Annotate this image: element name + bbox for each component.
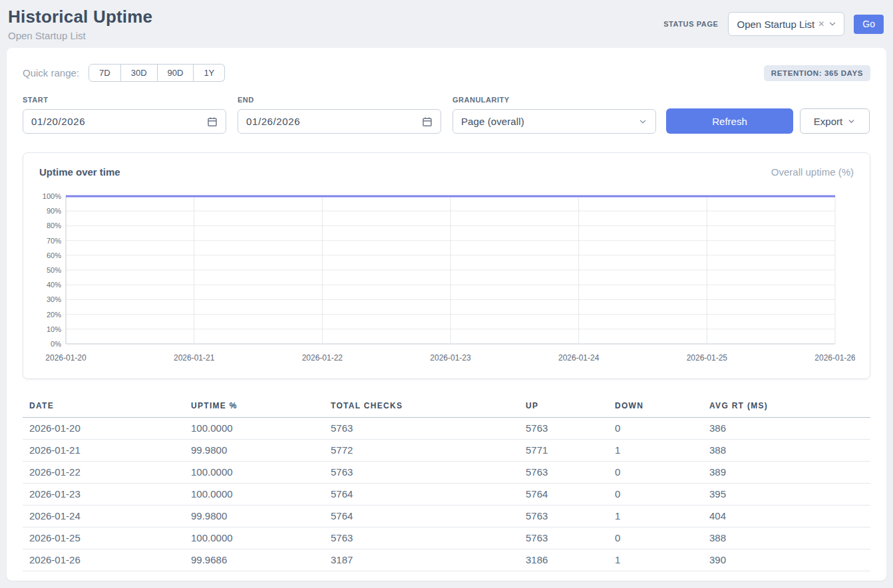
table-row: 2026-01-22100.0000576357630389 [23,462,870,484]
table-row: 2026-01-25100.0000576357630388 [23,527,870,549]
table-cell: 2026-01-23 [23,484,184,506]
chart-area: 0%10%20%30%40%50%60%70%80%90%100%2026-01… [39,186,854,369]
calendar-icon[interactable] [207,116,218,127]
uptime-chart-card: Uptime over time Overall uptime (%) 0%10… [23,152,870,379]
end-date-value: 01/26/2026 [246,116,300,127]
table-cell: 2026-01-24 [23,506,184,527]
quick-range-group: 7D30D90D1Y [89,64,225,82]
start-date-value: 01/20/2026 [31,116,85,127]
table-cell: 99.9800 [184,440,324,462]
table-cell: 388 [703,527,870,549]
table-cell: 388 [703,440,870,462]
chart-header: Uptime over time Overall uptime (%) [39,166,854,178]
quick-range-90d-button[interactable]: 90D [158,64,194,82]
chart-legend: Overall uptime (%) [771,166,854,178]
table-cell: 2026-01-22 [23,462,184,484]
table-column-header: UPTIME % [184,395,324,418]
svg-text:50%: 50% [47,266,61,274]
table-cell: 100.0000 [184,484,324,506]
export-button[interactable]: Export [800,108,870,134]
table-row: 2026-01-23100.0000576457640395 [23,484,870,506]
table-header-row: DATEUPTIME %TOTAL CHECKSUPDOWNAVG RT (MS… [23,395,870,418]
filters-row: START 01/20/2026 END 01/26/2026 GRANULAR… [23,96,870,134]
svg-text:2026-01-22: 2026-01-22 [302,353,343,363]
table-cell: 0 [608,462,703,484]
table-cell: 5763 [324,527,519,549]
table-row: 2026-01-20100.0000576357630386 [23,418,870,440]
table-cell: 2026-01-25 [23,527,184,549]
uptime-chart-svg: 0%10%20%30%40%50%60%70%80%90%100%2026-01… [39,186,855,367]
table-column-header: TOTAL CHECKS [324,395,519,418]
table-cell: 404 [703,506,870,527]
status-page-select[interactable]: Open Startup List ✕ [728,12,845,36]
table-cell: 3186 [519,549,608,571]
svg-text:2026-01-20: 2026-01-20 [45,353,87,363]
status-page-label: STATUS PAGE [663,20,718,28]
quick-range-1y-button[interactable]: 1Y [194,64,225,82]
table-cell: 395 [703,484,870,506]
granularity-field: GRANULARITY Page (overall) [452,96,656,134]
table-cell: 1 [608,549,703,571]
granularity-label: GRANULARITY [452,96,656,104]
page-subtitle: Open Startup List [8,30,152,41]
table-cell: 5764 [324,484,519,506]
table-cell: 3187 [324,549,519,571]
table-cell: 5763 [324,462,519,484]
svg-text:2026-01-24: 2026-01-24 [558,353,600,363]
table-cell: 1 [608,440,703,462]
table-row: 2026-01-2199.9800577257711388 [23,440,870,462]
table-cell: 1 [608,506,703,527]
table-cell: 390 [703,549,870,571]
status-page-group: STATUS PAGE Open Startup List ✕ Go [663,12,884,36]
table-cell: 5764 [519,484,608,506]
svg-text:70%: 70% [47,237,61,245]
svg-text:10%: 10% [47,325,61,333]
go-button[interactable]: Go [854,15,884,34]
refresh-button[interactable]: Refresh [666,108,793,134]
table-cell: 0 [608,418,703,440]
table-cell: 5763 [519,506,608,527]
start-date-input[interactable]: 01/20/2026 [23,109,226,134]
calendar-icon[interactable] [422,116,433,127]
svg-text:80%: 80% [47,221,61,229]
table-cell: 389 [703,462,870,484]
table-column-header: UP [519,395,608,418]
granularity-selected-value: Page (overall) [461,116,524,127]
table-cell: 0 [608,527,703,549]
quick-range-label: Quick range: [23,67,79,78]
chevron-down-icon [638,117,647,126]
svg-text:20%: 20% [47,311,61,319]
chevron-down-icon [847,117,856,126]
chart-title: Uptime over time [39,166,120,178]
table-cell: 5763 [519,462,608,484]
quick-range-7d-button[interactable]: 7D [89,64,121,82]
start-date-label: START [23,96,226,104]
svg-text:100%: 100% [43,192,61,200]
svg-text:2026-01-23: 2026-01-23 [430,353,471,363]
svg-text:2026-01-25: 2026-01-25 [687,353,728,363]
svg-text:2026-01-21: 2026-01-21 [174,353,215,363]
table-cell: 5764 [324,506,519,527]
chevron-down-icon [828,19,837,29]
table-cell: 100.0000 [184,462,324,484]
svg-text:0%: 0% [51,340,61,348]
table-body: 2026-01-20100.00005763576303862026-01-21… [23,418,870,571]
table-row: 2026-01-2499.9800576457631404 [23,506,870,527]
svg-text:2026-01-26: 2026-01-26 [814,353,855,363]
svg-text:60%: 60% [47,251,61,259]
page-header: Historical Uptime Open Startup List STAT… [0,0,893,48]
clear-selection-icon[interactable]: ✕ [818,20,824,28]
table-cell: 2026-01-26 [23,549,184,571]
table-cell: 100.0000 [184,418,324,440]
table-cell: 5763 [519,527,608,549]
svg-text:30%: 30% [47,295,61,303]
export-button-label: Export [814,116,842,127]
end-date-input[interactable]: 01/26/2026 [238,109,441,134]
uptime-table: DATEUPTIME %TOTAL CHECKSUPDOWNAVG RT (MS… [23,395,870,571]
table-cell: 5772 [324,440,519,462]
granularity-select[interactable]: Page (overall) [452,109,656,134]
table-cell: 99.9686 [184,549,324,571]
end-date-label: END [238,96,441,104]
svg-text:40%: 40% [47,281,61,289]
quick-range-30d-button[interactable]: 30D [121,64,158,82]
